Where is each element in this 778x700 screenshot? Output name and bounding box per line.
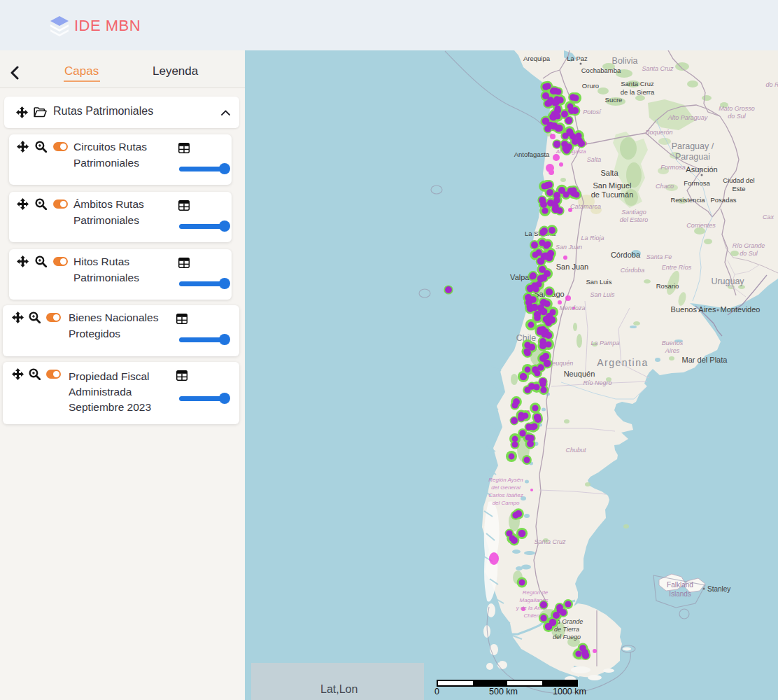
svg-text:Antofagasta: Antofagasta [514, 150, 550, 158]
svg-text:La Pampa: La Pampa [590, 340, 619, 346]
svg-text:Paraguay /: Paraguay / [672, 141, 714, 151]
svg-text:Chaco: Chaco [656, 183, 674, 190]
svg-text:Santiago: Santiago [621, 209, 646, 216]
svg-text:Uruguay: Uruguay [711, 276, 744, 286]
svg-text:Este: Este [732, 185, 745, 192]
svg-text:San Miguel: San Miguel [593, 181, 631, 190]
svg-text:Entre Ríos: Entre Ríos [662, 264, 692, 271]
svg-text:Stanley: Stanley [707, 585, 730, 593]
svg-text:Boquerón: Boquerón [645, 129, 672, 136]
svg-text:Bolivia: Bolivia [612, 56, 638, 66]
svg-text:del Estero: del Estero [620, 216, 649, 223]
svg-text:Cax: Cax [763, 214, 775, 220]
svg-text:Oruro: Oruro [582, 82, 599, 90]
svg-text:Buenos Aires: Buenos Aires [671, 305, 716, 314]
svg-text:Cochabamba: Cochabamba [581, 66, 621, 74]
svg-text:Neuquén: Neuquén [564, 370, 595, 378]
svg-text:Sucre: Sucre [605, 96, 623, 104]
svg-text:Falkland: Falkland [667, 581, 693, 589]
svg-text:de la Sierra: de la Sierra [621, 88, 655, 96]
svg-text:Región de: Región de [523, 589, 549, 596]
svg-text:do R: do R [765, 81, 778, 88]
svg-text:Mar del Plata: Mar del Plata [682, 356, 728, 364]
svg-text:San Juan: San Juan [556, 262, 588, 271]
svg-text:Potosí: Potosí [583, 108, 602, 115]
svg-text:Corrientes: Corrientes [686, 222, 716, 229]
svg-text:Santa Cruz: Santa Cruz [642, 65, 674, 72]
svg-text:Carlos Ibáñez: Carlos Ibáñez [488, 492, 523, 498]
svg-text:do Sul: do Sul [728, 113, 747, 120]
svg-text:Región Aysén: Región Aysén [488, 477, 523, 483]
svg-text:Paraguai: Paraguai [675, 152, 710, 162]
svg-text:Santa Cruz: Santa Cruz [534, 538, 566, 545]
svg-text:do Sul: do Sul [740, 250, 758, 257]
svg-text:La Paz: La Paz [567, 55, 588, 62]
svg-text:del Campo: del Campo [493, 500, 520, 506]
svg-text:del Fuego: del Fuego [553, 634, 581, 640]
svg-text:San Luis: San Luis [586, 278, 612, 286]
svg-text:Santa Fe: Santa Fe [646, 253, 672, 260]
svg-text:Salta: Salta [587, 156, 602, 163]
svg-text:Río Grande: Río Grande [733, 242, 765, 249]
svg-text:Resistencia: Resistencia [670, 196, 705, 204]
svg-text:Formosa: Formosa [684, 179, 710, 187]
svg-text:Mato Grosso: Mato Grosso [719, 105, 755, 112]
svg-text:Córdoba: Córdoba [621, 267, 645, 274]
svg-text:Santa Cruz: Santa Cruz [621, 80, 654, 88]
svg-text:Aires: Aires [665, 347, 680, 354]
svg-text:Mendoza: Mendoza [559, 304, 585, 312]
svg-text:Formosa: Formosa [660, 164, 686, 171]
svg-text:San Luis: San Luis [590, 291, 615, 298]
svg-text:Arequipa: Arequipa [523, 55, 551, 62]
svg-text:San Juan: San Juan [556, 244, 582, 251]
svg-text:Montevideo: Montevideo [721, 305, 761, 314]
svg-text:Buenos: Buenos [662, 340, 684, 346]
svg-text:Posadas: Posadas [711, 196, 737, 204]
svg-text:Ciudad del: Ciudad del [723, 176, 754, 184]
svg-text:Córdoba: Córdoba [611, 251, 641, 259]
svg-text:de Tucumán: de Tucumán [591, 190, 634, 199]
svg-text:Argentina: Argentina [597, 357, 648, 368]
svg-text:Chubut: Chubut [565, 447, 586, 454]
svg-text:Alto Paraguay: Alto Paraguay [667, 114, 708, 121]
svg-text:La Rioja: La Rioja [581, 234, 604, 241]
svg-text:de Tierra: de Tierra [554, 626, 579, 633]
svg-text:del General: del General [491, 484, 521, 491]
svg-text:Salta: Salta [600, 169, 618, 177]
svg-text:Río Negro: Río Negro [583, 379, 611, 386]
svg-text:Catamarca: Catamarca [570, 203, 601, 210]
svg-text:Islands: Islands [669, 590, 691, 598]
svg-text:Asunción: Asunción [686, 165, 717, 174]
svg-text:Rosario: Rosario [656, 282, 679, 290]
